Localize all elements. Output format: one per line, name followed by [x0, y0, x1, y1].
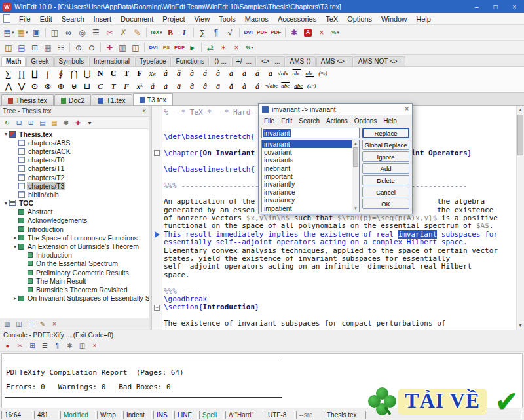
- symbol-tab-ams-not[interactable]: AMS NOT <>=: [354, 56, 406, 66]
- fold-icon[interactable]: −: [154, 150, 160, 156]
- ok-button[interactable]: OK: [362, 199, 409, 209]
- symbol-button[interactable]: ä: [172, 80, 185, 92]
- symbol-button[interactable]: à: [238, 80, 251, 92]
- tree-item[interactable]: Introduction: [0, 225, 149, 233]
- dvi-preview-button[interactable]: DVI: [242, 26, 255, 39]
- scrollbar-thumb[interactable]: [353, 147, 358, 167]
- add-button[interactable]: Add: [362, 163, 409, 174]
- symbol-button[interactable]: F: [133, 67, 146, 80]
- pin-button[interactable]: ✚: [103, 42, 116, 54]
- close-panel-button[interactable]: ×: [48, 319, 60, 330]
- open-book-button[interactable]: ◫: [2, 42, 15, 54]
- open-file-button[interactable]: ▦▾: [16, 26, 29, 39]
- dvi-button[interactable]: DVI: [147, 42, 160, 54]
- symbol-button[interactable]: ă: [225, 80, 238, 92]
- dialog-menu-help[interactable]: Help: [380, 117, 400, 124]
- menu-file[interactable]: File: [14, 15, 35, 23]
- symbol-button[interactable]: ⊔: [81, 80, 94, 92]
- close-icon[interactable]: ×: [405, 105, 409, 113]
- acrobat-button[interactable]: A: [301, 26, 315, 39]
- columns-button[interactable]: ▥: [116, 42, 129, 54]
- symbol-button[interactable]: (ₖᵐ): [305, 80, 318, 92]
- symbol-button[interactable]: ã: [185, 80, 198, 92]
- close-button[interactable]: ×: [505, 0, 524, 13]
- ignore-button[interactable]: Ignore: [362, 151, 409, 162]
- symbol-button[interactable]: ⊎: [67, 80, 81, 92]
- minimize-button[interactable]: –: [467, 0, 486, 13]
- symbol-button[interactable]: ⋂: [67, 67, 81, 80]
- symbol-button[interactable]: ⊗: [41, 80, 54, 92]
- texify-run-button[interactable]: ✱: [288, 26, 301, 39]
- menu-options[interactable]: Options: [343, 15, 377, 23]
- symbol-tab-greek[interactable]: Greek: [26, 56, 53, 66]
- tree-item[interactable]: Abstract: [0, 208, 149, 216]
- symbol-button[interactable]: à: [212, 67, 225, 80]
- menu-window[interactable]: Window: [377, 15, 411, 23]
- suggestion-item[interactable]: invariant: [262, 140, 352, 148]
- zoom-in-button[interactable]: ⊕: [72, 42, 85, 54]
- close-button[interactable]: ×: [88, 341, 101, 351]
- doc-tab-t1-tex[interactable]: T1.tex: [92, 94, 132, 105]
- symbol-button[interactable]: C: [107, 67, 120, 80]
- tree-item[interactable]: biblio/xbib: [0, 190, 149, 199]
- page-layout-button[interactable]: ▥: [1, 319, 13, 330]
- tree-item[interactable]: chapters/ACK: [0, 147, 149, 155]
- symbol-tab-symbols[interactable]: Symbols: [54, 56, 88, 66]
- symbol-button[interactable]: N: [94, 67, 107, 80]
- menu-tools[interactable]: Tools: [214, 15, 240, 23]
- sqrt-button[interactable]: √: [223, 26, 237, 39]
- folder-button[interactable]: ▦: [48, 117, 60, 128]
- symbol-tab-ams[interactable]: AMS <>=: [316, 56, 353, 66]
- symbol-tab-item[interactable]: ⟨⟩ ...: [210, 56, 231, 66]
- symbol-button[interactable]: ⁿ√abc: [264, 80, 279, 92]
- symbol-button[interactable]: â: [198, 80, 212, 92]
- suggestion-list[interactable]: invariantcovariantinvariantsinebriantimp…: [261, 140, 360, 212]
- close-icon[interactable]: ×: [142, 107, 146, 115]
- split-window-button[interactable]: ◫: [129, 42, 142, 54]
- tree-item[interactable]: chapters/T2: [0, 173, 149, 181]
- scroll-down-icon[interactable]: ▼: [352, 205, 359, 212]
- dialog-menu-actions[interactable]: Actions: [323, 117, 351, 124]
- dialog-menu-options[interactable]: Options: [351, 117, 380, 124]
- menu-help[interactable]: Help: [411, 15, 436, 23]
- menu-search[interactable]: Search: [57, 15, 89, 23]
- scroll-down-icon[interactable]: ▼: [517, 322, 524, 330]
- table-button[interactable]: ☷: [54, 42, 67, 54]
- collapse-all-button[interactable]: ⊟: [13, 117, 25, 128]
- dialog-menu-file[interactable]: File: [261, 117, 278, 124]
- pin-button[interactable]: ✚: [72, 117, 84, 128]
- suggestion-item[interactable]: impatient: [262, 204, 352, 212]
- symbol-button[interactable]: ã: [185, 67, 198, 80]
- print-preview-button[interactable]: ◫: [48, 26, 62, 39]
- document-button[interactable]: ▤: [37, 117, 48, 128]
- global-replace-button[interactable]: Global Replace: [362, 140, 409, 150]
- zoom-button[interactable]: ◎: [75, 26, 89, 39]
- two-pages-button[interactable]: ◫: [13, 319, 25, 330]
- symbol-button[interactable]: ∮: [54, 67, 67, 80]
- tree-item[interactable]: On the Essential Spectrum: [0, 259, 149, 268]
- symbol-button[interactable]: xᵏ: [133, 80, 146, 92]
- find-in-files-button[interactable]: ∞: [62, 26, 75, 39]
- doc-tab-thesis-tex[interactable]: Thesis.tex: [1, 94, 54, 105]
- editor-line[interactable]: The existence of invariant subspaces for…: [164, 320, 515, 328]
- stop-button[interactable]: ●: [1, 341, 14, 351]
- suggestion-item[interactable]: important: [262, 172, 352, 180]
- symbol-button[interactable]: ă: [251, 67, 264, 80]
- copy-page-button[interactable]: ⊞: [28, 42, 41, 54]
- dvi2pdf-button[interactable]: PDF: [255, 26, 269, 39]
- wrap-button[interactable]: ¶: [51, 341, 64, 351]
- expander-icon[interactable]: ▸: [12, 296, 18, 301]
- tree-item[interactable]: Acknowledgements: [0, 216, 149, 225]
- list-scrollbar[interactable]: ▲ ▼: [352, 140, 359, 212]
- symbol-tab-international[interactable]: International: [89, 56, 134, 66]
- run-macro-button[interactable]: %▾: [243, 42, 256, 54]
- symbol-button[interactable]: abc: [290, 67, 303, 80]
- symbol-button[interactable]: C: [94, 80, 107, 92]
- tree-item[interactable]: chapters/ABS: [0, 138, 149, 147]
- edit-button[interactable]: ✎: [37, 319, 48, 330]
- suggestion-item[interactable]: invariancy: [262, 196, 352, 204]
- options-button[interactable]: ✱: [64, 341, 76, 351]
- sum-button[interactable]: ∑: [196, 26, 210, 39]
- symbol-button[interactable]: ⊕: [54, 80, 67, 92]
- new-document-button[interactable]: ▤▾: [2, 26, 16, 39]
